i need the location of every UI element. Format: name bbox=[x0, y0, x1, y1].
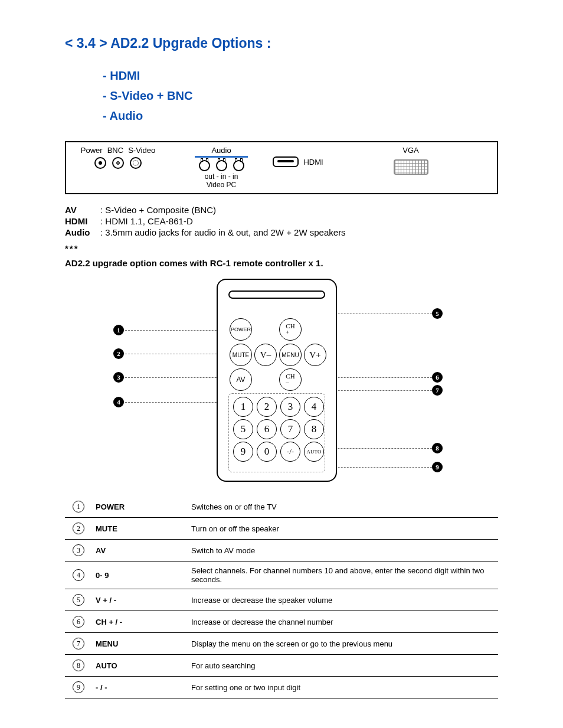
fn-key: CH + / - bbox=[92, 611, 188, 633]
table-row: 6 CH + / - Increase or decrease the chan… bbox=[65, 611, 498, 633]
btn-digit-0[interactable]: 0 bbox=[257, 442, 277, 462]
remote-body: POWER CH + MUTE V– MENU V+ AV CH – 1 2 3… bbox=[217, 279, 337, 482]
table-row: 8 AUTO For auto searching bbox=[65, 655, 498, 677]
label-svideo: S-Video bbox=[128, 146, 155, 155]
fn-desc: Select channels. For channel numbers 10 … bbox=[188, 561, 498, 589]
btn-digit-3[interactable]: 3 bbox=[280, 397, 300, 417]
fn-desc: Display the menu on the screen or go to … bbox=[188, 633, 498, 655]
fn-key: 0- 9 bbox=[92, 561, 188, 589]
audio-group-bar bbox=[195, 156, 248, 158]
fn-num: 8 bbox=[73, 660, 84, 671]
bnc-port-icon bbox=[112, 157, 124, 169]
label-power: Power bbox=[81, 146, 103, 155]
section-heading: < 3.4 > AD2.2 Upgrade Options : bbox=[65, 35, 498, 51]
callout-2: 2 bbox=[113, 348, 124, 359]
btn-digit-6[interactable]: 6 bbox=[257, 419, 277, 439]
fn-desc: For setting one or two input digit bbox=[188, 677, 498, 698]
fn-num: 2 bbox=[73, 523, 84, 534]
spec-audio-value: : 3.5mm audio jacks for audio in & out, … bbox=[100, 227, 346, 237]
label-audio: Audio bbox=[177, 146, 266, 155]
spec-hdmi-value: : HDMI 1.1, CEA-861-D bbox=[100, 216, 193, 226]
option-audio: - Audio bbox=[103, 106, 498, 126]
btn-vol-up[interactable]: V+ bbox=[304, 344, 326, 366]
fn-desc: Switch to AV mode bbox=[188, 540, 498, 561]
btn-auto[interactable]: AUTO bbox=[304, 442, 324, 462]
fn-key: AV bbox=[92, 540, 188, 561]
fn-num: 9 bbox=[73, 681, 84, 693]
option-hdmi: - HDMI bbox=[103, 66, 498, 86]
fn-num: 1 bbox=[73, 501, 84, 512]
option-svbnc: - S-Video + BNC bbox=[103, 86, 498, 106]
spec-av-key: AV bbox=[65, 205, 100, 215]
audio-out-jack-icon bbox=[199, 160, 210, 171]
fn-desc: For auto searching bbox=[188, 655, 498, 677]
btn-av[interactable]: AV bbox=[230, 368, 252, 391]
callout-8: 8 bbox=[432, 443, 443, 453]
btn-ch-up[interactable]: CH + bbox=[279, 318, 302, 341]
fn-num: 3 bbox=[73, 544, 84, 556]
connector-panel: Power BNC S-Video Audio out - in - in Vi… bbox=[65, 141, 498, 194]
btn-digit-5[interactable]: 5 bbox=[233, 419, 253, 439]
callout-6: 6 bbox=[432, 372, 443, 383]
separator-stars: *** bbox=[65, 243, 498, 253]
fn-num: 5 bbox=[73, 594, 84, 606]
callout-7: 7 bbox=[432, 385, 443, 396]
fn-key: - / - bbox=[92, 677, 188, 698]
label-hdmi: HDMI bbox=[303, 158, 323, 167]
option-list: - HDMI - S-Video + BNC - Audio bbox=[103, 66, 498, 126]
audio-sub-labels2: Video PC bbox=[177, 181, 266, 189]
btn-digit-2[interactable]: 2 bbox=[257, 397, 277, 417]
label-bnc: BNC bbox=[107, 146, 123, 155]
fn-desc: Increase or decrease the speaker volume bbox=[188, 589, 498, 611]
table-row: 3 AV Switch to AV mode bbox=[65, 540, 498, 561]
callout-5: 5 bbox=[432, 308, 443, 319]
fn-desc: Switches on or off the TV bbox=[188, 496, 498, 518]
btn-mute[interactable]: MUTE bbox=[230, 344, 252, 366]
fn-key: MENU bbox=[92, 633, 188, 655]
remote-ir-window bbox=[228, 290, 325, 299]
spec-hdmi-key: HDMI bbox=[65, 216, 100, 226]
fn-desc: Turn on or off the speaker bbox=[188, 518, 498, 540]
fn-key: AUTO bbox=[92, 655, 188, 677]
hdmi-port-icon bbox=[273, 156, 299, 167]
vga-port-icon bbox=[394, 159, 428, 175]
table-row: 4 0- 9 Select channels. For channel numb… bbox=[65, 561, 498, 589]
btn-digit-7[interactable]: 7 bbox=[280, 419, 300, 439]
fn-key: V + / - bbox=[92, 589, 188, 611]
table-row: 1 POWER Switches on or off the TV bbox=[65, 496, 498, 518]
fn-key: POWER bbox=[92, 496, 188, 518]
table-row: 5 V + / - Increase or decrease the speak… bbox=[65, 589, 498, 611]
svideo-port-icon bbox=[130, 157, 142, 169]
btn-power[interactable]: POWER bbox=[230, 318, 252, 341]
fn-num: 7 bbox=[73, 638, 84, 649]
callout-9: 9 bbox=[432, 462, 443, 472]
function-table: 1 POWER Switches on or off the TV 2 MUTE… bbox=[65, 496, 498, 698]
fn-num: 4 bbox=[73, 569, 84, 581]
fn-num: 6 bbox=[73, 616, 84, 628]
spec-list: AV : S-Video + Composite (BNC) HDMI : HD… bbox=[65, 205, 498, 237]
callout-1: 1 bbox=[113, 325, 124, 335]
audio-sub-labels: out - in - in bbox=[177, 172, 266, 181]
power-port-icon bbox=[94, 157, 106, 169]
btn-digit-4[interactable]: 4 bbox=[304, 397, 324, 417]
upgrade-note: AD2.2 upgrade option comes with RC-1 rem… bbox=[65, 258, 498, 268]
table-row: 2 MUTE Turn on or off the speaker bbox=[65, 518, 498, 540]
audio-pc-in-jack-icon bbox=[233, 160, 244, 171]
table-row: 9 - / - For setting one or two input dig… bbox=[65, 677, 498, 698]
fn-desc: Increase or decrease the channel number bbox=[188, 611, 498, 633]
table-row: 7 MENU Display the menu on the screen or… bbox=[65, 633, 498, 655]
btn-digit-9[interactable]: 9 bbox=[233, 442, 253, 462]
label-vga: VGA bbox=[330, 146, 491, 155]
callout-4: 4 bbox=[113, 397, 124, 407]
btn-ch-down[interactable]: CH – bbox=[279, 368, 302, 391]
btn-digit-8[interactable]: 8 bbox=[304, 419, 324, 439]
btn-digit-1[interactable]: 1 bbox=[233, 397, 253, 417]
btn-menu[interactable]: MENU bbox=[279, 344, 302, 366]
spec-av-value: : S-Video + Composite (BNC) bbox=[100, 205, 216, 215]
audio-video-in-jack-icon bbox=[216, 160, 227, 171]
spec-audio-key: Audio bbox=[65, 227, 100, 237]
btn-dash[interactable]: -/- bbox=[280, 442, 300, 462]
remote-figure: 1 2 3 4 5 6 7 8 9 POWER CH + MUTE V– M bbox=[113, 279, 450, 485]
btn-vol-down[interactable]: V– bbox=[254, 344, 277, 366]
callout-3: 3 bbox=[113, 372, 124, 383]
